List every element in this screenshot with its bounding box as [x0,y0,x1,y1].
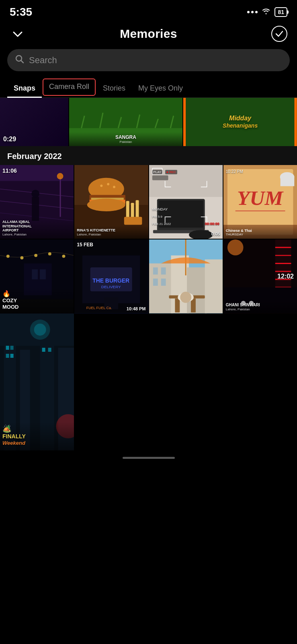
svg-rect-75 [205,260,223,314]
feb-15-time: 10:48 PM [127,306,146,311]
svg-point-24 [57,173,63,180]
battery-icon: 81 [274,7,287,17]
svg-text:YUM: YUM [237,186,284,209]
home-bar [123,457,175,459]
svg-point-58 [48,252,51,256]
date-overlay: MONDAY PM 5:9 FEB 21 2022 [152,205,171,227]
back-chevron-button[interactable] [10,26,26,42]
svg-rect-82 [191,299,196,313]
svg-rect-45 [152,175,168,180]
food-overlay: RINA'S KITCHENETTE Lahore, Pakistan [74,226,148,239]
svg-rect-112 [48,348,51,352]
svg-point-29 [107,183,109,186]
svg-point-28 [100,185,103,187]
photo-cell-15feb[interactable]: THE BURGER DELIVERY FUEL FUEL Ca. 15 FEB… [74,239,148,313]
svg-point-59 [62,255,66,258]
section-header-feb-2022: February 2022 [0,146,297,165]
airport-overlay: ALLAMA IQBAL INTERNATIONAL AIRPORT Lahor… [0,217,74,239]
svg-text:DELIVERY: DELIVERY [101,285,121,289]
svg-rect-111 [42,348,45,352]
ghani-time: 12:02 [277,273,294,280]
home-indicator [0,450,297,462]
tab-camera-roll[interactable]: Camera Roll [43,78,96,96]
search-placeholder: Search [29,55,282,66]
svg-rect-110 [10,354,14,358]
empty-grid-space [75,314,297,450]
search-icon [15,55,24,66]
photo-grid-feb-2022: ALLAMA IQBAL INTERNATIONAL AIRPORT Lahor… [0,165,297,314]
top-card-first[interactable]: 0:29 [0,98,68,146]
search-bar[interactable]: Search [7,49,290,71]
svg-rect-62 [40,270,46,280]
svg-rect-61 [32,270,38,280]
wifi-icon [262,8,270,17]
select-all-button[interactable] [271,26,287,42]
status-time: 5:35 [10,6,32,19]
svg-rect-12 [183,98,186,146]
svg-point-84 [180,292,191,303]
video-duration-badge: 0:29 [3,136,16,143]
midday-text: Midday Shenanigans [223,115,258,129]
svg-point-56 [20,256,24,260]
status-icons: 81 [247,7,287,17]
ghani-shinwari-overlay: GHANI SHINWARI Lahore, Pakistan [223,300,297,314]
cozy-mood-overlay: 🔥 COZY MOOD [0,287,74,313]
search-bar-container: Search [0,47,297,77]
svg-rect-108 [10,346,14,350]
photo-cell-finally-weekend[interactable]: 🏕️ FINALLY Weekend [0,314,74,450]
video-time-badge: 0:05 [211,231,220,236]
svg-point-95 [227,239,244,256]
bottom-partial-row: 🏕️ FINALLY Weekend [0,314,297,450]
tab-stories[interactable]: Stories [96,80,132,97]
svg-rect-77 [161,268,166,275]
svg-rect-79 [161,279,166,286]
photo-cell-cozy-mood[interactable]: 🔥 COZY MOOD [0,239,74,313]
midday-card[interactable]: Midday Shenanigans [183,98,297,146]
photo-cell-ghani-shinwari[interactable]: GHANI SHINWARI Lahore, Pakistan 12:02 [223,239,297,313]
top-partial-row: 0:29 SANGRA Pakistan Midday [0,98,297,146]
sangra-card[interactable]: SANGRA Pakistan [69,98,183,146]
sangra-label-overlay: SANGRA Pakistan [69,132,183,146]
svg-point-30 [113,186,115,188]
svg-point-22 [31,190,39,198]
tab-snaps[interactable]: Snaps [7,80,42,97]
signal-dots-icon [247,11,258,13]
play-rec-badge: PLAY ● REC [152,167,177,175]
tab-my-eyes-only[interactable]: My Eyes Only [132,80,189,97]
svg-point-34 [87,198,125,211]
tabs-bar: Snaps Camera Roll Stories My Eyes Only [0,77,297,98]
svg-rect-81 [175,299,180,313]
svg-rect-14 [295,98,297,146]
svg-rect-109 [6,354,9,358]
photo-cell-food[interactable]: RINA'S KITCHENETTE Lahore, Pakistan [74,165,148,239]
yum-overlay: Chinese & Thai THURSDAY [223,226,297,239]
svg-rect-78 [153,279,158,286]
timecode-badge: 00:00:00 [205,219,219,227]
svg-rect-76 [153,268,158,275]
svg-point-57 [34,254,37,257]
photo-cell-laptop[interactable]: PLAY ● REC MONDAY PM 5:9 FEB 21 2022 00:… [149,165,223,239]
photo-cell-airport[interactable]: ALLAMA IQBAL INTERNATIONAL AIRPORT Lahor… [0,165,74,239]
yum-time-top: 10:22 PM [226,167,243,175]
finally-weekend-overlay: 🏕️ FINALLY Weekend [0,422,74,450]
status-bar: 5:35 81 [0,0,297,22]
svg-text:THE BURGER: THE BURGER [93,277,130,284]
svg-text:FUEL FUEL Ca.: FUEL FUEL Ca. [86,306,112,310]
svg-rect-23 [60,177,61,217]
svg-rect-38 [124,217,142,225]
memories-header: Memories [0,22,297,47]
svg-point-101 [34,324,46,336]
svg-rect-107 [6,346,9,350]
svg-rect-53 [280,176,294,186]
page-title: Memories [120,27,177,41]
svg-point-55 [6,255,10,258]
svg-line-1 [21,61,24,63]
svg-rect-74 [187,268,207,314]
photo-cell-outdoor[interactable] [149,239,223,313]
photo-cell-yum[interactable]: YUM Chinese & Thai THURSDAY 10:22 PM [223,165,297,239]
feb-15-badge: 15 FEB [77,242,93,248]
airport-time: 11:06 [2,167,17,174]
